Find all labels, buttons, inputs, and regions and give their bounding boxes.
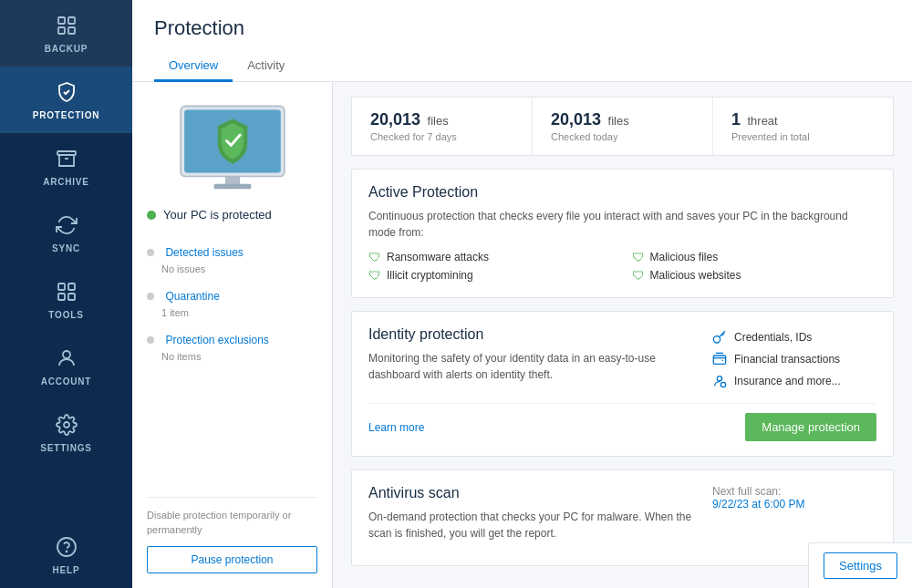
identity-left: Identity protection Monitoring the safet… — [368, 326, 698, 392]
svg-rect-4 — [57, 151, 76, 155]
svg-point-12 — [57, 538, 76, 556]
svg-rect-3 — [68, 27, 75, 34]
svg-point-21 — [717, 377, 721, 381]
backup-icon — [54, 13, 79, 38]
svg-rect-9 — [58, 294, 65, 300]
antivirus-layout: Antivirus scan On-demand protection that… — [368, 485, 876, 551]
feature-malicious-websites: 🛡 Malicious websites — [632, 268, 877, 283]
protection-icon — [54, 79, 79, 105]
stat-checked-7days: 20,013 files Checked for 7 days — [352, 98, 533, 155]
status-indicator — [147, 211, 156, 220]
sidebar-item-help[interactable]: HELP — [0, 521, 132, 588]
feature-malicious-files: 🛡 Malicious files — [632, 250, 877, 264]
svg-rect-20 — [713, 356, 725, 364]
active-protection-title: Active Protection — [368, 184, 876, 201]
detected-issues-sub: No issues — [161, 263, 205, 274]
stat-number-threats: 1 threat — [731, 110, 875, 129]
financial-label: Financial transactions — [734, 353, 840, 366]
shield-malfiles-icon: 🛡 — [632, 250, 645, 264]
protection-exclusions-link[interactable]: Protection exclusions No items — [147, 324, 317, 367]
feature-ransomware: 🛡 Ransomware attacks — [368, 250, 614, 264]
pause-protection-button[interactable]: Pause protection — [147, 546, 317, 573]
svg-rect-2 — [58, 27, 65, 34]
sidebar-item-archive[interactable]: ARCHIVE — [0, 133, 132, 200]
antivirus-title: Antivirus scan — [368, 485, 694, 501]
detected-issues-link[interactable]: Detected issues No issues — [147, 236, 317, 280]
sidebar-item-account[interactable]: ACCOUNT — [0, 333, 132, 399]
right-panel: 20,013 files Checked for 7 days 20,013 f… — [333, 82, 912, 588]
identity-protection-title: Identity protection — [368, 326, 698, 343]
page-header: Protection Overview Activity — [132, 0, 912, 82]
identity-features: Credentials, IDs Financial transactions — [712, 326, 876, 392]
detected-issues-label[interactable]: Detected issues — [165, 246, 243, 259]
sidebar-item-sync[interactable]: SYNC — [0, 200, 132, 266]
tab-activity[interactable]: Activity — [233, 51, 299, 82]
shield-crypto-icon: 🛡 — [368, 268, 381, 283]
insurance-label: Insurance and more... — [734, 375, 841, 387]
settings-icon — [54, 412, 79, 438]
quarantine-indicator — [147, 293, 154, 300]
quarantine-label[interactable]: Quarantine — [165, 290, 219, 303]
pause-desc: Disable protection temporarily or perman… — [147, 509, 317, 537]
sidebar-label-backup: BACKUP — [45, 44, 88, 54]
identity-feature-financial: Financial transactions — [712, 352, 876, 366]
antivirus-left: Antivirus scan On-demand protection that… — [368, 485, 694, 551]
tab-bar: Overview Activity — [154, 51, 890, 81]
shield-monitor-image — [147, 97, 317, 197]
sidebar-label-archive: ARCHIVE — [43, 177, 89, 187]
manage-protection-button[interactable]: Manage protection — [745, 413, 876, 441]
sidebar-item-settings[interactable]: SETTINGS — [0, 399, 132, 466]
stat-desc-7days: Checked for 7 days — [370, 131, 513, 142]
active-protection-card: Active Protection Continuous protection … — [351, 169, 894, 298]
page-title: Protection — [154, 16, 890, 40]
settings-footer: Settings — [808, 542, 912, 588]
archive-icon — [54, 146, 79, 171]
sidebar-label-protection: PROTECTION — [33, 110, 100, 120]
stat-threats: 1 threat Prevented in total — [713, 98, 893, 155]
exclusions-label[interactable]: Protection exclusions — [165, 334, 268, 346]
account-icon — [54, 346, 79, 371]
content-area: Your PC is protected Detected issues No … — [132, 82, 912, 588]
next-scan-date: 9/22/23 at 6:00 PM — [712, 498, 876, 511]
svg-point-19 — [713, 336, 720, 343]
sidebar-label-tools: TOOLS — [48, 310, 83, 320]
learn-more-link[interactable]: Learn more — [368, 421, 424, 434]
stat-number-7days: 20,013 files — [370, 110, 513, 129]
antivirus-right: Next full scan: 9/22/23 at 6:00 PM — [712, 485, 876, 551]
sidebar-links: Detected issues No issues Quarantine 1 i… — [147, 236, 317, 367]
sidebar-label-account: ACCOUNT — [41, 377, 92, 387]
detected-issues-indicator — [147, 249, 154, 256]
sidebar-item-backup[interactable]: BACKUP — [0, 0, 132, 67]
sync-icon — [54, 212, 79, 238]
svg-rect-0 — [58, 17, 65, 24]
shield-ransomware-icon: 🛡 — [368, 250, 381, 264]
svg-point-10 — [63, 351, 70, 358]
identity-protection-desc: Monitoring the safety of your identity d… — [368, 350, 698, 383]
sidebar: BACKUP PROTECTION ARCHIVE SYNC — [0, 0, 132, 588]
stat-checked-today: 20,013 files Checked today — [533, 98, 713, 155]
identity-protection-card: Identity protection Monitoring the safet… — [351, 311, 894, 457]
identity-card-footer: Learn more Manage protection — [368, 403, 876, 441]
quarantine-link[interactable]: Quarantine 1 item — [147, 280, 317, 324]
identity-feature-credentials: Credentials, IDs — [712, 330, 876, 345]
sidebar-item-tools[interactable]: TOOLS — [0, 266, 132, 333]
protection-status: Your PC is protected — [147, 208, 317, 222]
svg-point-22 — [720, 382, 725, 387]
left-panel: Your PC is protected Detected issues No … — [132, 82, 333, 588]
stat-desc-today: Checked today — [551, 131, 694, 142]
tab-overview[interactable]: Overview — [154, 51, 233, 82]
sidebar-label-help: HELP — [53, 565, 80, 575]
status-text: Your PC is protected — [163, 208, 272, 222]
key-icon — [712, 330, 727, 345]
active-protection-features: 🛡 Ransomware attacks 🛡 Malicious files 🛡… — [368, 250, 876, 283]
sidebar-item-protection[interactable]: PROTECTION — [0, 67, 132, 133]
settings-button[interactable]: Settings — [824, 552, 897, 579]
main-content: Protection Overview Activity — [132, 0, 912, 588]
identity-feature-insurance: Insurance and more... — [712, 374, 876, 388]
shield-malweb-icon: 🛡 — [632, 268, 645, 283]
next-scan-label: Next full scan: — [712, 485, 876, 498]
stat-desc-threats: Prevented in total — [731, 131, 875, 142]
svg-rect-8 — [68, 294, 75, 300]
svg-rect-6 — [58, 284, 65, 290]
identity-layout: Identity protection Monitoring the safet… — [368, 326, 876, 392]
